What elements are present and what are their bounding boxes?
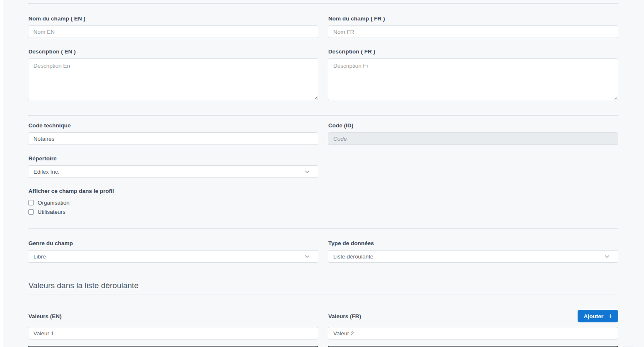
values-en-label: Valeurs (EN) [28,313,62,320]
genre-selected-value: Libre [33,253,46,260]
values-en-header: Valeurs (EN) [28,310,318,322]
organisation-checkbox[interactable] [28,200,34,205]
field-group-genre: Genre du champ Libre [28,240,318,263]
desc-en-label: Description ( EN ) [28,48,318,55]
type-donnees-select[interactable]: Liste déroulante [328,250,618,263]
field-group-repertoire: Répertoire Edilex Inc. [28,155,318,178]
checkbox-row-organisation[interactable]: Organisation [28,198,618,207]
code-id-label: Code (ID) [328,122,618,129]
repertoire-select[interactable]: Edilex Inc. [28,165,318,178]
field-group-name-en: Nom du champ ( EN ) [28,15,318,38]
value-row-1 [28,327,618,339]
repertoire-label: Répertoire [28,155,318,162]
field-form: Nom du champ ( EN ) Nom du champ ( FR ) … [28,3,618,347]
utilisateurs-checkbox-label: Utilisateurs [38,209,66,215]
field-group-type-donnees: Type de données Liste déroulante [328,240,618,263]
repertoire-selected-value: Edilex Inc. [33,169,59,175]
chevron-down-icon [305,170,309,173]
add-value-button[interactable]: Ajouter + [578,310,618,322]
top-divider [28,3,618,4]
values-heading-divider [28,294,618,294]
name-en-label: Nom du champ ( EN ) [28,15,318,22]
code-technique-input[interactable] [28,132,318,145]
name-en-input[interactable] [28,25,318,38]
content-panel: Nom du champ ( EN ) Nom du champ ( FR ) … [3,0,644,347]
field-group-code-technique: Code technique [28,122,318,145]
values-fr-header: Valeurs (FR) Ajouter + [328,310,618,322]
desc-en-textarea[interactable] [28,58,318,100]
chevron-down-icon [305,255,309,258]
value-fr-1-input[interactable] [328,327,618,339]
organisation-checkbox-label: Organisation [38,200,70,206]
field-group-profile: Afficher ce champ dans le profil Organis… [28,187,618,216]
field-group-desc-en: Description ( EN ) [28,48,318,101]
type-donnees-selected-value: Liste déroulante [333,253,373,260]
name-fr-input[interactable] [328,25,618,38]
checkbox-row-utilisateurs[interactable]: Utilisateurs [28,207,618,216]
field-group-name-fr: Nom du champ ( FR ) [328,15,618,38]
desc-fr-label: Description ( FR ) [328,48,618,55]
chevron-down-icon [605,255,609,258]
values-fr-label: Valeurs (FR) [328,313,361,320]
code-id-input [328,132,618,145]
field-group-desc-fr: Description ( FR ) [328,48,618,101]
plus-icon: + [609,313,612,319]
desc-fr-textarea[interactable] [328,58,618,100]
type-donnees-label: Type de données [328,240,618,247]
code-technique-label: Code technique [28,122,318,129]
section-divider-2 [28,228,618,229]
genre-label: Genre du champ [28,240,318,247]
section-divider-1 [28,115,618,116]
profile-label: Afficher ce champ dans le profil [28,187,618,195]
add-value-button-label: Ajouter [583,313,603,319]
utilisateurs-checkbox[interactable] [28,209,34,215]
genre-select[interactable]: Libre [28,250,318,263]
field-group-code-id: Code (ID) [328,122,618,145]
value-en-1-input[interactable] [28,327,318,339]
name-fr-label: Nom du champ ( FR ) [328,15,618,22]
values-section-heading: Valeurs dans la liste déroulante [28,281,618,290]
